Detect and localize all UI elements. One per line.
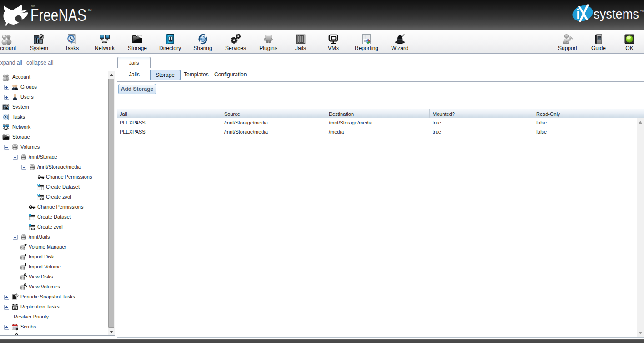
svg-text:TM: TM: [88, 8, 92, 11]
svg-text:TM: TM: [640, 10, 644, 13]
svg-text:FreeNAS: FreeNAS: [30, 6, 86, 25]
svg-text:systems: systems: [594, 7, 639, 21]
